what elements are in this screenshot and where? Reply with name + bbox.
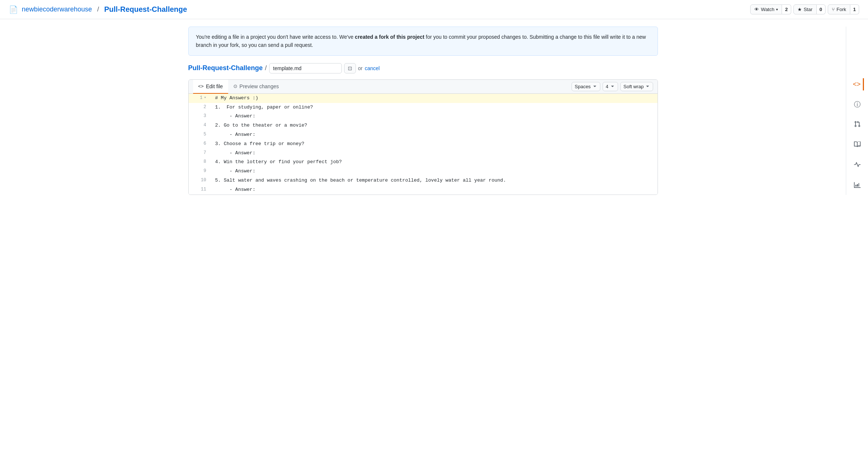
line-content: 4. Win the lottery or find your perfect …: [211, 158, 658, 167]
file-path-separator: /: [265, 64, 267, 72]
page-header: 📄 newbiecoderwarehouse / Pull-Request-Ch…: [0, 0, 868, 19]
line-arrow-icon: ▾: [204, 95, 206, 101]
fork-count[interactable]: 1: [850, 4, 859, 14]
watch-button[interactable]: 👁 Watch ▾: [750, 4, 782, 14]
table-row: 42. Go to the theater or a movie?: [189, 121, 658, 130]
line-number: 10: [189, 176, 211, 185]
tab-edit-label: Edit file: [206, 83, 223, 89]
wrap-select[interactable]: Soft wrap No wrap: [620, 82, 653, 91]
repo-separator: /: [97, 6, 99, 13]
sidebar-icon-pr[interactable]: [852, 118, 863, 131]
file-name-input[interactable]: [269, 63, 342, 73]
table-row: 1 ▾# My Answers :): [189, 94, 658, 103]
file-path-repo-link[interactable]: Pull-Request-Challenge: [188, 64, 263, 72]
star-count[interactable]: 0: [817, 4, 826, 14]
move-file-icon: ⊡: [348, 65, 352, 71]
table-row: 3 - Answer:: [189, 112, 658, 121]
line-number: 3: [189, 112, 211, 120]
repo-owner-link[interactable]: newbiecoderwarehouse: [22, 6, 92, 13]
line-content: 1. For studying, paper or online?: [211, 103, 658, 112]
tab-preview-label: Preview changes: [240, 83, 279, 89]
eye-icon: 👁: [754, 7, 759, 12]
line-content: - Answer:: [211, 149, 658, 158]
content-area: You're editing a file in a project you d…: [179, 27, 667, 195]
editor-tabs-left: <> Edit file ⊙ Preview changes: [193, 80, 284, 93]
line-number: 4: [189, 121, 211, 130]
line-content: # My Answers :): [211, 94, 658, 103]
table-row: 7 - Answer:: [189, 149, 658, 158]
sidebar-icon-graphs[interactable]: [852, 179, 863, 192]
sidebar-icon-info[interactable]: ⓘ: [852, 98, 863, 111]
line-content: 2. Go to the theater or a movie?: [211, 121, 658, 130]
right-sidebar: <> ⓘ: [846, 27, 868, 195]
watch-label: Watch: [761, 7, 774, 12]
sidebar-icon-code[interactable]: <>: [851, 78, 864, 90]
file-path-bar: Pull-Request-Challenge / ⊡ or cancel: [188, 63, 658, 73]
watch-count[interactable]: 2: [782, 4, 791, 14]
wrap-select-wrapper: Soft wrap No wrap: [620, 82, 653, 91]
main-layout: You're editing a file in a project you d…: [0, 19, 868, 202]
or-text: or: [358, 65, 363, 71]
cancel-link[interactable]: cancel: [365, 65, 380, 71]
table-row: 5 - Answer:: [189, 130, 658, 140]
spaces-select[interactable]: Spaces Tabs: [572, 82, 600, 91]
watch-group: 👁 Watch ▾ 2: [750, 4, 791, 14]
fork-button[interactable]: ⑂ Fork: [828, 4, 850, 14]
indent-select[interactable]: 2 4 8: [603, 82, 618, 91]
line-content: 5. Salt water and waves crashing on the …: [211, 176, 658, 185]
code-tab-icon: <>: [198, 83, 204, 89]
chevron-down-icon: ▾: [776, 7, 778, 11]
table-row: 21. For studying, paper or online?: [189, 103, 658, 112]
fork-group: ⑂ Fork 1: [828, 4, 859, 14]
line-number: 8: [189, 158, 211, 166]
line-content: - Answer:: [211, 130, 658, 140]
tab-preview-changes[interactable]: ⊙ Preview changes: [228, 80, 284, 94]
line-content: - Answer:: [211, 112, 658, 121]
line-number: 1 ▾: [189, 94, 211, 102]
code-editor[interactable]: 1 ▾# My Answers :)21. For studying, pape…: [189, 94, 658, 195]
table-row: 9 - Answer:: [189, 167, 658, 176]
line-number: 2: [189, 103, 211, 111]
sidebar-icon-pulse[interactable]: [852, 159, 863, 172]
spaces-select-wrapper: Spaces Tabs: [572, 82, 600, 91]
line-number: 7: [189, 149, 211, 157]
tab-edit-file[interactable]: <> Edit file: [193, 80, 228, 94]
fork-icon: ⑂: [832, 7, 835, 12]
indent-select-wrapper: 2 4 8: [603, 82, 618, 91]
editor-controls: Spaces Tabs 2 4 8 Soft wrap: [572, 82, 653, 91]
banner-bold-text: created a fork of this project: [355, 34, 424, 40]
star-button[interactable]: ★ Star: [793, 4, 817, 14]
file-move-button[interactable]: ⊡: [344, 63, 356, 73]
repo-name-link[interactable]: Pull-Request-Challenge: [104, 5, 187, 14]
fork-label: Fork: [837, 7, 846, 12]
repo-title: 📄 newbiecoderwarehouse / Pull-Request-Ch…: [9, 5, 187, 14]
line-number: 6: [189, 140, 211, 148]
star-label: Star: [804, 7, 813, 12]
banner-text-1: You're editing a file in a project you d…: [196, 34, 355, 40]
editor-container: <> Edit file ⊙ Preview changes Spaces Ta…: [188, 79, 658, 195]
line-number: 5: [189, 130, 211, 139]
star-group: ★ Star 0: [793, 4, 826, 14]
table-row: 84. Win the lottery or find your perfect…: [189, 158, 658, 167]
line-number: 11: [189, 185, 211, 194]
info-banner: You're editing a file in a project you d…: [188, 27, 658, 56]
header-actions: 👁 Watch ▾ 2 ★ Star 0 ⑂ Fork 1: [750, 4, 859, 14]
editor-tabs-bar: <> Edit file ⊙ Preview changes Spaces Ta…: [189, 80, 658, 94]
sidebar-icon-wiki[interactable]: [852, 139, 863, 152]
line-content: - Answer:: [211, 185, 658, 195]
line-content: 3. Choose a free trip or money?: [211, 140, 658, 149]
table-row: 63. Choose a free trip or money?: [189, 140, 658, 149]
repo-icon: 📄: [9, 5, 18, 14]
table-row: 105. Salt water and waves crashing on th…: [189, 176, 658, 185]
star-icon: ★: [797, 7, 802, 12]
line-content: - Answer:: [211, 167, 658, 176]
line-number: 9: [189, 167, 211, 175]
eye-tab-icon: ⊙: [233, 83, 237, 89]
table-row: 11 - Answer:: [189, 185, 658, 195]
